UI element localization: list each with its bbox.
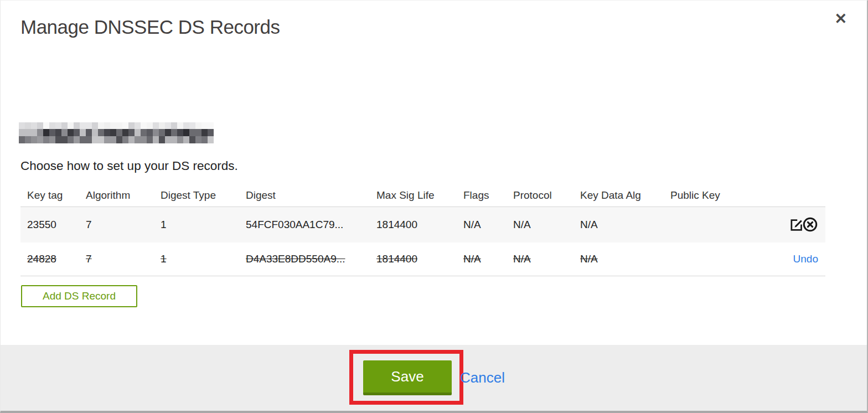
cell-max-sig-life: 1814400 [376,206,463,242]
column-digest: Digest [246,184,376,206]
cell-algorithm: 7 [86,206,161,242]
delete-icon [802,216,818,233]
column-key-tag: Key tag [20,184,86,206]
column-flags: Flags [463,184,513,206]
column-protocol: Protocol [513,184,580,206]
cell-flags: N/A [463,242,513,276]
cancel-link[interactable]: Cancel [460,369,505,386]
cell-key-tag: 23550 [20,206,86,242]
table-row-deleted: 24828 7 1 D4A33E8DD550A9... 1814400 N/A … [20,242,825,276]
cell-digest-type: 1 [161,242,246,276]
cell-key-data-alg: N/A [580,206,670,242]
cell-protocol: N/A [513,242,580,276]
column-algorithm: Algorithm [86,184,161,206]
redacted-domain-name [19,122,214,143]
cell-actions: Undo [752,242,825,276]
add-ds-record-button[interactable]: Add DS Record [21,285,137,307]
footer-bar: Save Cancel [1,345,867,413]
column-key-data-alg: Key Data Alg [580,184,670,206]
cell-key-tag: 24828 [20,242,86,276]
column-digest-type: Digest Type [161,184,246,206]
close-icon[interactable]: ✕ [834,12,847,27]
edit-record-button[interactable] [789,217,804,232]
save-button[interactable]: Save [363,360,452,395]
cell-public-key [670,242,752,276]
column-max-sig-life: Max Sig Life [376,184,463,206]
instruction-text: Choose how to set up your DS records. [20,159,238,173]
edit-icon [789,217,804,232]
cell-digest: 54FCF030AA1C79... [246,206,376,242]
table-header-row: Key tag Algorithm Digest Type Digest Max… [20,184,825,206]
page-title: Manage DNSSEC DS Records [20,16,280,38]
cell-actions [752,206,825,242]
cell-digest: D4A33E8DD550A9... [246,242,376,276]
ds-records-table: Key tag Algorithm Digest Type Digest Max… [20,184,825,276]
cell-flags: N/A [463,206,513,242]
delete-record-button[interactable] [802,216,818,233]
undo-link[interactable]: Undo [793,253,818,265]
column-actions [752,184,825,206]
cell-digest-type: 1 [161,206,246,242]
cell-public-key [670,206,752,242]
cell-max-sig-life: 1814400 [376,242,463,276]
column-public-key: Public Key [670,184,752,206]
dnssec-ds-records-modal: Manage DNSSEC DS Records ✕ Choose how to… [0,0,868,413]
cell-key-data-alg: N/A [580,242,670,276]
cell-algorithm: 7 [86,242,161,276]
cell-protocol: N/A [513,206,580,242]
table-row: 23550 7 1 54FCF030AA1C79... 1814400 N/A … [20,206,825,242]
